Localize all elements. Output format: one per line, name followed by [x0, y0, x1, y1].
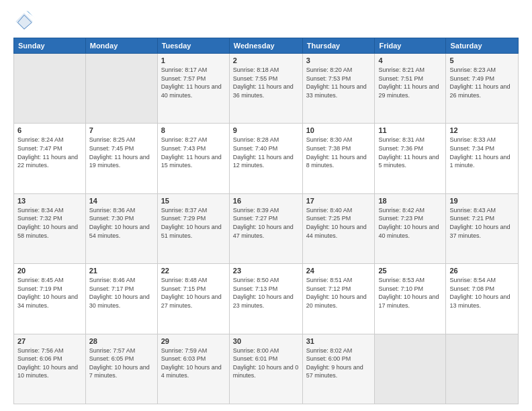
day-info: Sunrise: 8:24 AM Sunset: 7:47 PM Dayligh…	[17, 136, 82, 169]
day-info: Sunrise: 7:59 AM Sunset: 6:03 PM Dayligh…	[161, 347, 226, 380]
calendar-cell: 6Sunrise: 8:24 AM Sunset: 7:47 PM Daylig…	[14, 124, 86, 193]
day-number: 31	[306, 337, 371, 345]
header-day-friday: Friday	[375, 38, 446, 54]
day-info: Sunrise: 8:43 AM Sunset: 7:21 PM Dayligh…	[449, 206, 515, 240]
calendar-cell: 15Sunrise: 8:37 AM Sunset: 7:29 PM Dayli…	[157, 193, 229, 263]
calendar-cell: 27Sunrise: 7:56 AM Sunset: 6:06 PM Dayli…	[14, 334, 86, 404]
day-info: Sunrise: 7:57 AM Sunset: 6:05 PM Dayligh…	[89, 347, 154, 380]
day-number: 27	[17, 337, 82, 345]
calendar-cell: 26Sunrise: 8:54 AM Sunset: 7:08 PM Dayli…	[446, 264, 519, 334]
day-number: 24	[306, 267, 371, 275]
calendar-body: 1Sunrise: 8:17 AM Sunset: 7:57 PM Daylig…	[14, 54, 519, 404]
day-number: 17	[306, 197, 371, 205]
calendar-cell: 31Sunrise: 8:02 AM Sunset: 6:00 PM Dayli…	[302, 334, 375, 404]
day-number: 15	[161, 197, 226, 205]
day-number: 19	[449, 197, 515, 205]
day-info: Sunrise: 8:21 AM Sunset: 7:51 PM Dayligh…	[378, 66, 442, 99]
day-info: Sunrise: 8:50 AM Sunset: 7:13 PM Dayligh…	[233, 276, 299, 310]
day-number: 23	[233, 267, 299, 275]
calendar-cell: 20Sunrise: 8:45 AM Sunset: 7:19 PM Dayli…	[14, 264, 86, 334]
header-day-tuesday: Tuesday	[157, 38, 229, 54]
day-info: Sunrise: 8:18 AM Sunset: 7:55 PM Dayligh…	[233, 66, 299, 99]
day-info: Sunrise: 8:51 AM Sunset: 7:12 PM Dayligh…	[306, 276, 371, 310]
calendar-cell: 24Sunrise: 8:51 AM Sunset: 7:12 PM Dayli…	[302, 264, 375, 334]
day-info: Sunrise: 8:28 AM Sunset: 7:40 PM Dayligh…	[233, 136, 299, 169]
day-info: Sunrise: 8:20 AM Sunset: 7:53 PM Dayligh…	[306, 66, 371, 99]
logo	[13, 11, 38, 32]
calendar-cell	[14, 54, 86, 124]
day-info: Sunrise: 7:56 AM Sunset: 6:06 PM Dayligh…	[17, 347, 82, 380]
day-number: 13	[17, 197, 82, 205]
day-number: 7	[89, 126, 154, 134]
header-row: SundayMondayTuesdayWednesdayThursdayFrid…	[14, 38, 519, 54]
calendar-table: SundayMondayTuesdayWednesdayThursdayFrid…	[13, 38, 519, 404]
calendar-cell: 25Sunrise: 8:53 AM Sunset: 7:10 PM Dayli…	[375, 264, 446, 334]
day-number: 10	[306, 126, 371, 134]
calendar-cell: 3Sunrise: 8:20 AM Sunset: 7:53 PM Daylig…	[302, 54, 375, 124]
day-info: Sunrise: 8:27 AM Sunset: 7:43 PM Dayligh…	[161, 136, 226, 169]
day-number: 5	[449, 56, 515, 64]
day-number: 8	[161, 126, 226, 134]
day-number: 2	[233, 56, 299, 64]
calendar-cell: 18Sunrise: 8:42 AM Sunset: 7:23 PM Dayli…	[375, 193, 446, 263]
calendar-cell: 10Sunrise: 8:30 AM Sunset: 7:38 PM Dayli…	[302, 124, 375, 193]
calendar-cell: 13Sunrise: 8:34 AM Sunset: 7:32 PM Dayli…	[14, 193, 86, 263]
day-info: Sunrise: 8:00 AM Sunset: 6:01 PM Dayligh…	[233, 347, 299, 380]
day-number: 12	[449, 126, 515, 134]
day-number: 11	[378, 126, 442, 134]
calendar-cell: 2Sunrise: 8:18 AM Sunset: 7:55 PM Daylig…	[229, 54, 302, 124]
calendar-cell	[375, 334, 446, 404]
calendar-cell: 17Sunrise: 8:40 AM Sunset: 7:25 PM Dayli…	[302, 193, 375, 263]
calendar-cell: 23Sunrise: 8:50 AM Sunset: 7:13 PM Dayli…	[229, 264, 302, 334]
calendar-cell: 28Sunrise: 7:57 AM Sunset: 6:05 PM Dayli…	[85, 334, 157, 404]
calendar-header: SundayMondayTuesdayWednesdayThursdayFrid…	[14, 38, 519, 54]
day-info: Sunrise: 8:23 AM Sunset: 7:49 PM Dayligh…	[449, 66, 515, 99]
day-number: 3	[306, 56, 371, 64]
calendar-cell: 11Sunrise: 8:31 AM Sunset: 7:36 PM Dayli…	[375, 124, 446, 193]
header-day-sunday: Sunday	[14, 38, 86, 54]
day-info: Sunrise: 8:31 AM Sunset: 7:36 PM Dayligh…	[378, 136, 442, 169]
day-info: Sunrise: 8:46 AM Sunset: 7:17 PM Dayligh…	[89, 276, 154, 310]
day-number: 25	[378, 267, 442, 275]
calendar-cell	[85, 54, 157, 124]
day-info: Sunrise: 8:40 AM Sunset: 7:25 PM Dayligh…	[306, 206, 371, 240]
week-row-2: 6Sunrise: 8:24 AM Sunset: 7:47 PM Daylig…	[14, 124, 519, 193]
header-day-wednesday: Wednesday	[229, 38, 302, 54]
header	[13, 11, 519, 32]
day-info: Sunrise: 8:53 AM Sunset: 7:10 PM Dayligh…	[378, 276, 442, 310]
day-number: 28	[89, 337, 154, 345]
day-info: Sunrise: 8:45 AM Sunset: 7:19 PM Dayligh…	[17, 276, 82, 310]
day-info: Sunrise: 8:36 AM Sunset: 7:30 PM Dayligh…	[89, 206, 154, 240]
header-day-thursday: Thursday	[302, 38, 375, 54]
day-info: Sunrise: 8:30 AM Sunset: 7:38 PM Dayligh…	[306, 136, 371, 169]
day-number: 29	[161, 337, 226, 345]
calendar-cell: 29Sunrise: 7:59 AM Sunset: 6:03 PM Dayli…	[157, 334, 229, 404]
calendar-cell: 4Sunrise: 8:21 AM Sunset: 7:51 PM Daylig…	[375, 54, 446, 124]
calendar-cell: 8Sunrise: 8:27 AM Sunset: 7:43 PM Daylig…	[157, 124, 229, 193]
day-number: 9	[233, 126, 299, 134]
day-number: 16	[233, 197, 299, 205]
page: SundayMondayTuesdayWednesdayThursdayFrid…	[0, 0, 532, 411]
header-day-saturday: Saturday	[446, 38, 519, 54]
day-number: 1	[161, 56, 226, 64]
day-info: Sunrise: 8:54 AM Sunset: 7:08 PM Dayligh…	[449, 276, 515, 310]
day-info: Sunrise: 8:37 AM Sunset: 7:29 PM Dayligh…	[161, 206, 226, 240]
day-number: 22	[161, 267, 226, 275]
day-info: Sunrise: 8:17 AM Sunset: 7:57 PM Dayligh…	[161, 66, 226, 99]
calendar-cell: 9Sunrise: 8:28 AM Sunset: 7:40 PM Daylig…	[229, 124, 302, 193]
week-row-1: 1Sunrise: 8:17 AM Sunset: 7:57 PM Daylig…	[14, 54, 519, 124]
week-row-5: 27Sunrise: 7:56 AM Sunset: 6:06 PM Dayli…	[14, 334, 519, 404]
calendar-cell: 21Sunrise: 8:46 AM Sunset: 7:17 PM Dayli…	[85, 264, 157, 334]
svg-marker-0	[15, 13, 33, 30]
day-number: 4	[378, 56, 442, 64]
day-info: Sunrise: 8:48 AM Sunset: 7:15 PM Dayligh…	[161, 276, 226, 310]
day-info: Sunrise: 8:02 AM Sunset: 6:00 PM Dayligh…	[306, 347, 371, 380]
day-number: 26	[449, 267, 515, 275]
week-row-3: 13Sunrise: 8:34 AM Sunset: 7:32 PM Dayli…	[14, 193, 519, 263]
logo-icon	[13, 11, 35, 32]
calendar-cell: 12Sunrise: 8:33 AM Sunset: 7:34 PM Dayli…	[446, 124, 519, 193]
calendar-cell: 5Sunrise: 8:23 AM Sunset: 7:49 PM Daylig…	[446, 54, 519, 124]
day-info: Sunrise: 8:34 AM Sunset: 7:32 PM Dayligh…	[17, 206, 82, 240]
day-number: 20	[17, 267, 82, 275]
day-number: 18	[378, 197, 442, 205]
